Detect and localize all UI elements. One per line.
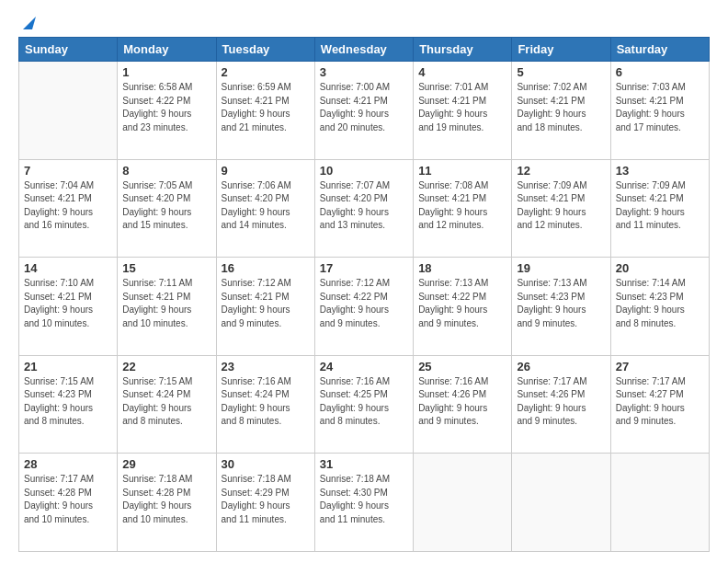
calendar-day-cell: 4Sunrise: 7:01 AMSunset: 4:21 PMDaylight… [414,62,512,160]
calendar-day-cell: 6Sunrise: 7:03 AMSunset: 4:21 PMDaylight… [610,62,709,160]
svg-marker-0 [23,17,36,29]
day-info: Sunrise: 7:18 AMSunset: 4:29 PMDaylight:… [222,473,310,526]
day-info: Sunrise: 7:15 AMSunset: 4:24 PMDaylight:… [122,375,210,429]
day-number: 20 [616,261,704,275]
day-number: 6 [616,65,704,79]
calendar-day-cell: 31Sunrise: 7:18 AMSunset: 4:30 PMDayligh… [314,454,413,552]
calendar-day-cell: 14Sunrise: 7:10 AMSunset: 4:21 PMDayligh… [19,258,118,356]
day-info: Sunrise: 7:18 AMSunset: 4:30 PMDaylight:… [320,473,408,526]
day-number: 29 [122,457,210,471]
calendar-day-cell: 3Sunrise: 7:00 AMSunset: 4:21 PMDaylight… [314,62,413,160]
calendar-day-header: Thursday [414,38,512,62]
calendar-day-cell: 27Sunrise: 7:17 AMSunset: 4:27 PMDayligh… [610,355,709,454]
calendar-day-cell: 30Sunrise: 7:18 AMSunset: 4:29 PMDayligh… [216,454,314,552]
calendar-day-cell: 9Sunrise: 7:06 AMSunset: 4:20 PMDaylight… [216,159,314,258]
day-number: 12 [517,164,605,178]
calendar-week-row: 28Sunrise: 7:17 AMSunset: 4:28 PMDayligh… [19,454,710,552]
calendar-day-cell: 23Sunrise: 7:16 AMSunset: 4:24 PMDayligh… [216,355,314,454]
day-number: 22 [122,360,210,373]
day-number: 5 [517,65,605,79]
day-number: 21 [24,360,112,373]
calendar-day-header: Saturday [610,38,709,62]
day-info: Sunrise: 7:12 AMSunset: 4:22 PMDaylight:… [320,277,408,330]
day-number: 14 [24,261,112,275]
day-info: Sunrise: 7:11 AMSunset: 4:21 PMDaylight:… [122,277,210,330]
day-info: Sunrise: 7:10 AMSunset: 4:21 PMDaylight:… [24,277,112,330]
day-number: 2 [222,65,310,79]
day-info: Sunrise: 7:17 AMSunset: 4:28 PMDaylight:… [24,473,112,526]
calendar-week-row: 21Sunrise: 7:15 AMSunset: 4:23 PMDayligh… [19,355,710,454]
day-info: Sunrise: 6:58 AMSunset: 4:22 PMDaylight:… [122,81,210,134]
calendar-day-cell: 1Sunrise: 6:58 AMSunset: 4:22 PMDaylight… [118,62,216,160]
day-number: 1 [122,65,210,79]
day-number: 25 [418,360,506,373]
calendar-day-cell [414,454,512,552]
day-info: Sunrise: 7:16 AMSunset: 4:25 PMDaylight:… [320,375,408,429]
day-number: 24 [320,360,408,373]
day-number: 15 [122,261,210,275]
day-number: 4 [418,65,506,79]
calendar-day-cell: 25Sunrise: 7:16 AMSunset: 4:26 PMDayligh… [414,355,512,454]
day-number: 23 [222,360,310,373]
day-info: Sunrise: 7:02 AMSunset: 4:21 PMDaylight:… [517,81,605,134]
calendar-day-cell: 10Sunrise: 7:07 AMSunset: 4:20 PMDayligh… [314,159,413,258]
calendar-day-cell: 28Sunrise: 7:17 AMSunset: 4:28 PMDayligh… [19,454,118,552]
day-info: Sunrise: 7:13 AMSunset: 4:23 PMDaylight:… [517,277,605,330]
calendar-week-row: 7Sunrise: 7:04 AMSunset: 4:21 PMDaylight… [19,159,710,258]
calendar-day-cell: 7Sunrise: 7:04 AMSunset: 4:21 PMDaylight… [19,159,118,258]
day-number: 27 [616,360,704,373]
calendar-day-cell: 24Sunrise: 7:16 AMSunset: 4:25 PMDayligh… [314,355,413,454]
day-number: 11 [418,164,506,178]
calendar-day-cell: 11Sunrise: 7:08 AMSunset: 4:21 PMDayligh… [414,159,512,258]
calendar-day-cell [19,62,118,160]
day-number: 7 [24,164,112,178]
calendar-day-cell: 19Sunrise: 7:13 AMSunset: 4:23 PMDayligh… [512,258,610,356]
day-number: 3 [320,65,408,79]
day-info: Sunrise: 7:16 AMSunset: 4:26 PMDaylight:… [418,375,506,429]
calendar-day-cell: 17Sunrise: 7:12 AMSunset: 4:22 PMDayligh… [314,258,413,356]
day-info: Sunrise: 7:17 AMSunset: 4:26 PMDaylight:… [517,375,605,429]
header [18,17,710,29]
logo [18,17,37,29]
day-number: 19 [517,261,605,275]
day-info: Sunrise: 7:13 AMSunset: 4:22 PMDaylight:… [418,277,506,330]
page: SundayMondayTuesdayWednesdayThursdayFrid… [0,0,728,563]
calendar-day-header: Sunday [19,38,118,62]
day-info: Sunrise: 7:04 AMSunset: 4:21 PMDaylight:… [24,179,112,233]
calendar-day-cell: 5Sunrise: 7:02 AMSunset: 4:21 PMDaylight… [512,62,610,160]
day-number: 18 [418,261,506,275]
day-info: Sunrise: 7:05 AMSunset: 4:20 PMDaylight:… [122,179,210,233]
calendar-day-cell: 26Sunrise: 7:17 AMSunset: 4:26 PMDayligh… [512,355,610,454]
day-number: 9 [222,164,310,178]
calendar-day-header: Friday [512,38,610,62]
day-info: Sunrise: 7:14 AMSunset: 4:23 PMDaylight:… [616,277,704,330]
calendar-day-cell: 22Sunrise: 7:15 AMSunset: 4:24 PMDayligh… [118,355,216,454]
day-number: 10 [320,164,408,178]
day-number: 28 [24,457,112,471]
calendar-day-cell: 13Sunrise: 7:09 AMSunset: 4:21 PMDayligh… [610,159,709,258]
calendar-day-cell: 12Sunrise: 7:09 AMSunset: 4:21 PMDayligh… [512,159,610,258]
calendar-day-cell [512,454,610,552]
logo-icon [19,17,36,29]
calendar-day-cell: 8Sunrise: 7:05 AMSunset: 4:20 PMDaylight… [118,159,216,258]
calendar-day-header: Wednesday [314,38,413,62]
calendar-day-cell: 16Sunrise: 7:12 AMSunset: 4:21 PMDayligh… [216,258,314,356]
day-info: Sunrise: 7:09 AMSunset: 4:21 PMDaylight:… [517,179,605,233]
calendar-day-cell: 2Sunrise: 6:59 AMSunset: 4:21 PMDaylight… [216,62,314,160]
day-number: 8 [122,164,210,178]
calendar-day-cell: 29Sunrise: 7:18 AMSunset: 4:28 PMDayligh… [118,454,216,552]
calendar-day-header: Monday [118,38,216,62]
day-info: Sunrise: 7:08 AMSunset: 4:21 PMDaylight:… [418,179,506,233]
day-info: Sunrise: 7:18 AMSunset: 4:28 PMDaylight:… [122,473,210,526]
day-number: 26 [517,360,605,373]
calendar-week-row: 1Sunrise: 6:58 AMSunset: 4:22 PMDaylight… [19,62,710,160]
day-number: 30 [222,457,310,471]
calendar-day-cell: 21Sunrise: 7:15 AMSunset: 4:23 PMDayligh… [19,355,118,454]
calendar-day-cell: 20Sunrise: 7:14 AMSunset: 4:23 PMDayligh… [610,258,709,356]
calendar-day-header: Tuesday [216,38,314,62]
day-number: 17 [320,261,408,275]
day-info: Sunrise: 7:17 AMSunset: 4:27 PMDaylight:… [616,375,704,429]
day-number: 31 [320,457,408,471]
day-info: Sunrise: 7:06 AMSunset: 4:20 PMDaylight:… [222,179,310,233]
day-number: 16 [222,261,310,275]
